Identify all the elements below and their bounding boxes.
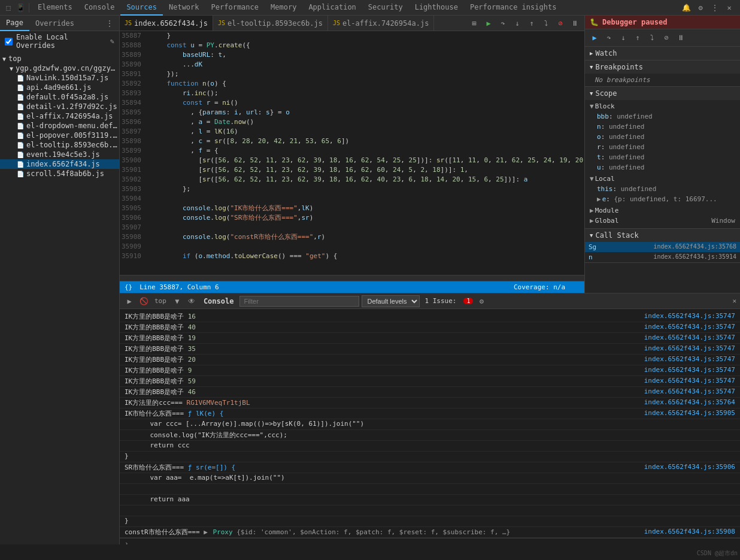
file-icon-index: 📄 [17,161,24,168]
close-icon[interactable]: ✕ [724,3,734,13]
console-src-4[interactable]: index.6562f434.js:35747 [644,344,735,352]
console-src-9[interactable]: index.6562f434.js:35764 [644,398,735,406]
tab-overrides[interactable]: Overrides [29,16,80,31]
code-line-35903: 35903 }; [120,184,584,194]
horizontal-scrollbar[interactable] [120,275,584,281]
device-icon[interactable]: 📱 [16,3,25,13]
more-options-icon[interactable]: ⋮ [105,19,114,28]
tab-elements[interactable]: Elements [32,0,78,16]
tree-domain[interactable]: ▼ ygp.gdzwfw.gov.cn/ggzy-p... [0,63,119,73]
coverage-status: Coverage: n/a [514,283,572,291]
file-el-dropdown[interactable]: 📄 el-dropdown-menu.def2... [0,121,119,131]
file-index[interactable]: 📄 index.6562f434.js [0,159,119,169]
tab-performance[interactable]: Performance [205,0,265,16]
deactivate-btn[interactable]: ⊘ [554,17,566,29]
console-close-btn[interactable]: ✕ [732,297,736,305]
console-src-6[interactable]: index.6562f434.js:35747 [644,366,735,374]
resume-btn[interactable]: ▶ [589,32,601,44]
step-dbg-btn[interactable]: ⤵ [646,32,658,44]
local-header[interactable]: ▼ Local [590,175,735,183]
console-settings-icon[interactable]: ⚙ [475,295,487,307]
console-input[interactable] [132,540,735,544]
file-api[interactable]: 📄 api.4ad9e661.js [0,83,119,92]
console-src-3[interactable]: index.6562f434.js:35747 [644,334,735,341]
console-context-arrow[interactable]: ▼ [171,295,183,307]
step-over-dbg-btn[interactable]: ↷ [603,32,615,44]
scope-t: t: undefined [597,152,735,162]
console-clear-icon[interactable]: 🚫 [138,295,150,307]
debugger-header: 🐛 Debugger paused [585,16,740,29]
console-msg-16: var aaa= e.map(t=>aK[t]).join("") [125,474,735,482]
console-filter-input[interactable] [239,296,359,307]
file-el-tooltip[interactable]: 📄 el-tooltip.8593ec6b.js [0,140,119,150]
console-src-15[interactable]: index.6562f434.js:35906 [644,463,735,471]
console-src-21[interactable]: index.6562f434.js:35908 [644,528,735,535]
deactivate-dbg-btn[interactable]: ⊘ [660,32,672,44]
file-event[interactable]: 📄 event.19e4c5e3.js [0,150,119,159]
file-scroll[interactable]: 📄 scroll.54f8ab6b.js [0,169,119,178]
play-btn[interactable]: ▶ [483,17,495,29]
file-default[interactable]: 📄 default.0f45a2a8.js [0,92,119,102]
call-stack-label: Call Stack [595,231,638,240]
pretty-print-icon[interactable]: {} [125,283,132,291]
tree-root[interactable]: ▼ top [0,54,119,63]
step-btn[interactable]: ⤵ [540,17,552,29]
step-into-dbg-btn[interactable]: ↓ [617,32,629,44]
block-header[interactable]: ▼ Block [590,102,735,110]
file-el-popover[interactable]: 📄 el-popover.005f3119.js [0,131,119,140]
tab-application[interactable]: Application [302,0,362,16]
code-line-35900: 35900 [sr([56, 62, 52, 11, 23, 62, 39, 1… [120,156,584,165]
file-navlink[interactable]: 📄 NavLink.150d15a7.js [0,73,119,83]
pause-exceptions-btn[interactable]: ⏸ [569,17,581,29]
console-levels-select[interactable]: Default levels [362,295,420,307]
global-header[interactable]: ▶ Global Window [590,217,735,225]
editor-tab-index[interactable]: JS index.6562f434.js [120,16,213,31]
console-src-1[interactable]: index.6562f434.js:35747 [644,312,735,320]
step-over-btn[interactable]: ↷ [497,17,509,29]
more-icon[interactable]: ⋮ [710,3,720,13]
tab-memory[interactable]: Memory [265,0,302,16]
editor-tab-index-label: index.6562f434.js [134,19,208,28]
pause-except-dbg-btn[interactable]: ⏸ [675,32,687,44]
call-stack-n[interactable]: n index.6562f434.js:35914 [585,252,740,262]
call-stack-sg[interactable]: Sg index.6562f434.js:35768 [585,242,740,252]
editor-tab-affix[interactable]: JS el-affix.7426954a.js [328,16,435,31]
console-src-5[interactable]: index.6562f434.js:35747 [644,355,735,363]
console-eye-icon[interactable]: 👁 [186,295,198,307]
call-stack-n-fn: n [589,253,593,261]
step-into-btn[interactable]: ↓ [511,17,523,29]
tab-security[interactable]: Security [362,0,409,16]
editor-tab-tooltip[interactable]: JS el-tooltip.8593ec6b.js [213,16,328,31]
overrides-edit-icon[interactable]: ✎ [110,37,114,46]
console-src-7[interactable]: index.6562f434.js:35747 [644,377,735,385]
console-src-10[interactable]: index.6562f434.js:35905 [644,409,735,417]
tab-lighthouse[interactable]: Lighthouse [409,0,464,16]
format-btn[interactable]: ⊞ [468,17,480,29]
tab-console[interactable]: Console [78,0,121,16]
call-stack-header[interactable]: ▼ Call Stack [585,229,740,242]
step-out-dbg-btn[interactable]: ↑ [632,32,644,44]
scope-header[interactable]: ▼ Scope [585,87,740,100]
settings-icon[interactable]: ⚙ [696,3,705,13]
code-line-35892: 35892 function n(o) { [120,79,584,89]
console-src-2[interactable]: index.6562f434.js:35747 [644,323,735,331]
file-el-affix[interactable]: 📄 el-affix.7426954a.js [0,111,119,121]
breakpoints-header[interactable]: ▼ Breakpoints [585,60,740,74]
code-line-35908: 35908 console.log("constR市给什么东西===",r) [120,232,584,242]
console-src-8[interactable]: index.6562f434.js:35747 [644,388,735,395]
tab-network[interactable]: Network [163,0,205,16]
step-out-btn[interactable]: ↑ [526,17,538,29]
code-editor[interactable]: 35887 } 35888 const u = PY.create({ 3588… [120,31,584,275]
tab-sources[interactable]: Sources [120,0,163,16]
console-execute-icon[interactable]: ▶ [123,295,135,307]
file-detail[interactable]: 📄 detail-v1.2f97d92c.js [0,102,119,111]
tab-page[interactable]: Page [0,16,29,31]
console-toolbar: ▶ 🚫 top ▼ 👁 Console Default levels 1 Iss… [120,293,740,309]
enable-overrides-checkbox[interactable] [5,38,13,46]
tab-performance-insights[interactable]: Performance insights [464,0,563,16]
notification-icon[interactable]: 🔔 [681,3,691,13]
module-header[interactable]: ▶ Module [590,207,735,214]
watch-header[interactable]: ▶ Watch [585,47,740,60]
code-line-35897: 35897 , l = lK(16) [120,127,584,137]
inspect-icon[interactable]: ⬚ [4,3,13,13]
